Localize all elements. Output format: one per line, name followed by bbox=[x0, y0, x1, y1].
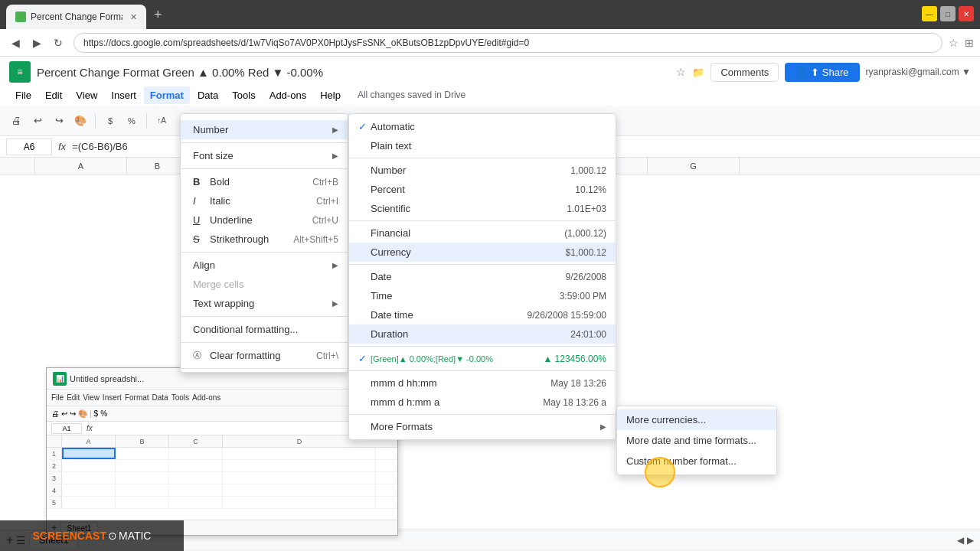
format-menu-clear[interactable]: Ⓐ Clear formatting Ctrl+\ bbox=[181, 346, 348, 365]
extensions-icon[interactable]: ⊞ bbox=[965, 37, 974, 49]
menu-add-ons[interactable]: Add-ons bbox=[263, 86, 312, 104]
refresh-btn[interactable]: ↻ bbox=[49, 34, 67, 52]
grid-cell[interactable] bbox=[116, 448, 169, 459]
menu-view[interactable]: View bbox=[70, 86, 103, 104]
format-menu-text-wrapping[interactable]: Text wrapping bbox=[181, 294, 348, 313]
minimize-btn[interactable]: — bbox=[922, 6, 937, 21]
grid-cell[interactable] bbox=[169, 497, 223, 508]
grid-cell[interactable] bbox=[62, 497, 116, 508]
num-custom-green[interactable]: ✓ [Green]▲ 0.00%;[Red]▼ -0.00% ▲ 123456.… bbox=[349, 349, 616, 368]
second-spreadsheet-window[interactable]: 📊 Untitled spreadshi... File Edit View I… bbox=[46, 367, 398, 536]
s2-data[interactable]: Data bbox=[152, 393, 168, 402]
s2-redo[interactable]: ↪ bbox=[70, 409, 76, 418]
tab-close-btn[interactable]: ✕ bbox=[130, 12, 137, 22]
grid-cell[interactable] bbox=[169, 460, 223, 471]
browser-tab[interactable]: Percent Change Format C... ✕ bbox=[6, 5, 146, 29]
grid-cell[interactable] bbox=[169, 472, 223, 484]
undo-btn[interactable]: ↩ bbox=[28, 111, 47, 131]
share-btn[interactable]: 👤 ⬆ Share bbox=[785, 63, 859, 82]
menu-tools[interactable]: Tools bbox=[226, 86, 261, 104]
num-time[interactable]: Time 3:59:00 PM bbox=[349, 286, 616, 305]
star-icon[interactable]: ☆ bbox=[676, 66, 686, 78]
num-plain-text[interactable]: Plain text bbox=[349, 136, 616, 155]
grid-cell[interactable] bbox=[223, 484, 376, 496]
maximize-btn[interactable]: □ bbox=[940, 6, 956, 21]
comments-btn[interactable]: Comments bbox=[710, 63, 779, 82]
num-percent[interactable]: Percent 10.12% bbox=[349, 180, 616, 199]
print-btn[interactable]: 🖨 bbox=[6, 111, 26, 131]
forward-btn[interactable]: ▶ bbox=[28, 34, 46, 52]
menu-edit[interactable]: Edit bbox=[39, 86, 68, 104]
s2-print[interactable]: 🖨 bbox=[51, 409, 59, 418]
redo-btn[interactable]: ↪ bbox=[49, 111, 69, 131]
grid-cell[interactable] bbox=[116, 460, 169, 471]
format-menu-italic[interactable]: I Italic Ctrl+I bbox=[181, 191, 348, 210]
bookmark-icon[interactable]: ☆ bbox=[949, 37, 959, 49]
grid-cell[interactable] bbox=[62, 460, 116, 471]
num-date[interactable]: Date 9/26/2008 bbox=[349, 267, 616, 286]
format-menu-merge[interactable]: Merge cells bbox=[181, 275, 348, 294]
close-btn[interactable]: ✕ bbox=[959, 6, 974, 21]
menu-data[interactable]: Data bbox=[191, 86, 224, 104]
grid-cell[interactable] bbox=[223, 497, 376, 508]
s2-dollar[interactable]: $ bbox=[94, 409, 99, 418]
format-menu-bold[interactable]: B Bold Ctrl+B bbox=[181, 172, 348, 191]
format-menu-underline[interactable]: U Underline Ctrl+U bbox=[181, 210, 348, 230]
grid-cell[interactable] bbox=[116, 472, 169, 484]
format-menu-font-size[interactable]: Font size bbox=[181, 146, 348, 165]
percent-btn[interactable]: % bbox=[122, 111, 142, 131]
grid-cell[interactable] bbox=[62, 484, 116, 496]
grid-cell[interactable] bbox=[169, 484, 223, 496]
grid-cell[interactable] bbox=[116, 484, 169, 496]
s2-cell-ref[interactable] bbox=[51, 423, 82, 434]
s2-undo[interactable]: ↩ bbox=[61, 409, 67, 418]
s2-tools[interactable]: Tools bbox=[172, 393, 189, 402]
format-menu-conditional[interactable]: Conditional formatting... bbox=[181, 320, 348, 339]
url-input[interactable] bbox=[74, 33, 942, 53]
num-financial[interactable]: Financial (1,000.12) bbox=[349, 223, 616, 243]
back-btn[interactable]: ◀ bbox=[6, 34, 24, 52]
menu-insert[interactable]: Insert bbox=[105, 86, 142, 104]
paint-format-btn[interactable]: 🎨 bbox=[70, 111, 90, 131]
menu-format[interactable]: Format bbox=[144, 86, 190, 104]
grid-cell[interactable] bbox=[62, 448, 116, 459]
menu-help[interactable]: Help bbox=[314, 86, 347, 104]
num-duration[interactable]: Duration 24:01:00 bbox=[349, 324, 616, 344]
grid-cell[interactable] bbox=[223, 460, 376, 471]
num-mmm2[interactable]: mmm d h:mm a May 18 13:26 a bbox=[349, 393, 616, 412]
spreadsheet-title[interactable]: Percent Change Format Green ▲ 0.00% Red … bbox=[37, 66, 670, 79]
format-menu-strikethrough[interactable]: S Strikethrough Alt+Shift+5 bbox=[181, 230, 348, 249]
num-scientific[interactable]: Scientific 1.01E+03 bbox=[349, 199, 616, 218]
custom-number-format-btn[interactable]: Custom number format... bbox=[617, 451, 776, 471]
prev-sheet-btn[interactable]: ◀ bbox=[957, 535, 964, 546]
new-tab-btn[interactable]: + bbox=[149, 7, 167, 23]
s2-edit[interactable]: Edit bbox=[67, 393, 80, 402]
s2-paint[interactable]: 🎨 bbox=[78, 409, 87, 418]
menu-file[interactable]: File bbox=[9, 86, 38, 104]
grid-cell[interactable] bbox=[169, 448, 223, 459]
format-menu-align[interactable]: Align bbox=[181, 256, 348, 275]
num-more-formats[interactable]: More Formats bbox=[349, 417, 616, 436]
num-currency[interactable]: Currency $1,000.12 bbox=[349, 243, 616, 262]
s2-file[interactable]: File bbox=[51, 393, 64, 402]
num-mmm1[interactable]: mmm d hh:mm May 18 13:26 bbox=[349, 373, 616, 393]
s2-insert[interactable]: Insert bbox=[103, 393, 122, 402]
s2-format[interactable]: Format bbox=[125, 393, 149, 402]
s2-add-ons[interactable]: Add-ons bbox=[192, 393, 220, 402]
more-datetime-btn[interactable]: More date and time formats... bbox=[617, 430, 776, 451]
format-menu-number[interactable]: Number bbox=[181, 120, 348, 139]
grid-cell[interactable] bbox=[223, 472, 376, 484]
num-number[interactable]: Number 1,000.12 bbox=[349, 161, 616, 180]
s2-view[interactable]: View bbox=[83, 393, 100, 402]
grid-cell[interactable] bbox=[62, 472, 116, 484]
num-datetime[interactable]: Date time 9/26/2008 15:59:00 bbox=[349, 305, 616, 324]
cell-reference[interactable] bbox=[6, 139, 52, 155]
num-automatic[interactable]: ✓ Automatic bbox=[349, 117, 616, 136]
next-sheet-btn[interactable]: ▶ bbox=[967, 535, 974, 546]
sort-asc-btn[interactable]: ↑A bbox=[152, 111, 172, 131]
more-currencies-btn[interactable]: More currencies... bbox=[617, 409, 776, 430]
grid-cell[interactable] bbox=[223, 448, 376, 459]
folder-icon[interactable]: 📁 bbox=[692, 67, 704, 78]
grid-cell[interactable] bbox=[116, 497, 169, 508]
s2-percent[interactable]: % bbox=[100, 409, 107, 418]
